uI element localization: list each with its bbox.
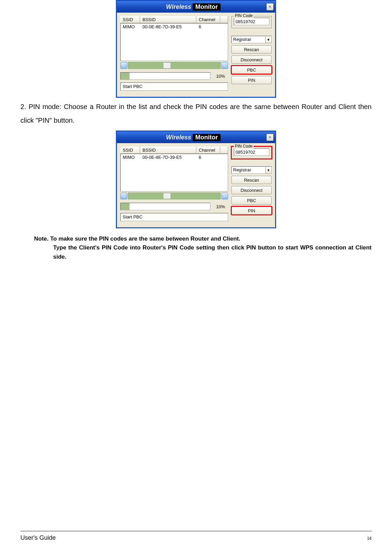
network-list[interactable]: MIMO 00-0E-8E-7D-39-E5 6	[120, 154, 228, 192]
horizontal-scrollbar[interactable]: ‹ ›	[120, 193, 228, 199]
pin-code-group: PIN Code 08519702	[231, 16, 272, 28]
chevron-down-icon[interactable]: ▼	[265, 167, 271, 173]
body-paragraph-pin-mode: 2. PIN mode: Choose a Router in the list…	[20, 100, 372, 127]
column-bssid[interactable]: BSSID	[140, 16, 196, 23]
pbc-button[interactable]: PBC	[231, 196, 272, 204]
scroll-right-icon[interactable]: ›	[221, 193, 228, 199]
scroll-right-icon[interactable]: ›	[221, 62, 228, 69]
footer-title: User's Guide	[20, 534, 56, 542]
horizontal-scrollbar[interactable]: ‹ ›	[120, 62, 228, 69]
column-ssid[interactable]: SSID	[120, 16, 140, 23]
network-list[interactable]: MIMO 00-0E-8E-7D-39-E5 6	[120, 24, 228, 61]
progress-label: 10%	[213, 204, 228, 209]
progress-label: 10%	[213, 74, 228, 79]
titlebar: Wireless Monitor ×	[117, 1, 275, 13]
rescan-button[interactable]: Rescan	[231, 45, 272, 54]
column-bssid[interactable]: BSSID	[140, 147, 196, 154]
progress-bar	[120, 72, 210, 80]
cell-bssid: 00-0E-8E-7D-39-E5	[140, 24, 197, 30]
note-line-2: Type the Client's PIN Code into Router's…	[53, 243, 372, 261]
column-channel[interactable]: Channel	[196, 16, 220, 23]
scroll-track[interactable]	[128, 62, 221, 69]
title-word-wireless: Wireless	[166, 134, 191, 141]
page-number: 14	[367, 536, 372, 541]
pin-code-group: PIN Code 08519702	[231, 147, 272, 159]
disconnect-button[interactable]: Disconnect	[231, 56, 272, 64]
mode-select-value: Registrar	[232, 36, 265, 43]
mode-select-value: Registrar	[232, 167, 265, 173]
window-title: Wireless Monitor	[166, 134, 221, 141]
footer-divider	[20, 531, 372, 531]
mode-select[interactable]: Registrar ▼	[231, 36, 272, 43]
wireless-monitor-dialog-pbc: Wireless Monitor × SSID BSSID Channel MI…	[116, 0, 276, 98]
disconnect-button[interactable]: Disconnect	[231, 186, 272, 194]
scroll-left-icon[interactable]: ‹	[120, 193, 127, 199]
network-list-header: SSID BSSID Channel	[120, 16, 228, 24]
wireless-monitor-dialog-pin: Wireless Monitor × SSID BSSID Channel MI…	[116, 131, 276, 228]
titlebar: Wireless Monitor ×	[117, 132, 275, 143]
progress-bar	[120, 203, 210, 210]
list-item[interactable]: MIMO 00-0E-8E-7D-39-E5 6	[121, 24, 228, 30]
status-input[interactable]: Start PBC	[120, 82, 228, 91]
pin-button[interactable]: PIN	[231, 76, 272, 84]
network-list-header: SSID BSSID Channel	[120, 147, 228, 154]
pin-code-input[interactable]: 08519702	[234, 148, 269, 156]
close-icon[interactable]: ×	[266, 3, 274, 11]
scroll-thumb[interactable]	[163, 62, 171, 68]
title-word-wireless: Wireless	[166, 3, 191, 11]
cell-ssid: MIMO	[121, 154, 140, 160]
column-spacer	[220, 147, 228, 154]
pin-code-legend: PIN Code	[234, 144, 254, 149]
pin-code-legend: PIN Code	[234, 13, 254, 18]
note-line-1: Note. To make sure the PIN codes are the…	[34, 235, 240, 242]
list-item[interactable]: MIMO 00-0E-8E-7D-39-E5 6	[121, 154, 228, 161]
cell-bssid: 00-0E-8E-7D-39-E5	[140, 154, 197, 160]
column-spacer	[220, 16, 228, 23]
rescan-button[interactable]: Rescan	[231, 176, 272, 184]
status-input[interactable]: Start PBC	[120, 213, 228, 221]
scroll-thumb[interactable]	[163, 193, 171, 199]
cell-channel: 6	[197, 154, 221, 160]
scroll-track[interactable]	[128, 193, 221, 199]
chevron-down-icon[interactable]: ▼	[265, 36, 271, 43]
column-channel[interactable]: Channel	[196, 147, 220, 154]
close-icon[interactable]: ×	[266, 134, 274, 141]
column-ssid[interactable]: SSID	[120, 147, 140, 154]
pin-button[interactable]: PIN	[231, 207, 272, 215]
pin-code-input[interactable]: 08519702	[234, 18, 269, 25]
cell-ssid: MIMO	[121, 24, 140, 30]
mode-select[interactable]: Registrar ▼	[231, 166, 272, 174]
scroll-left-icon[interactable]: ‹	[120, 62, 127, 69]
title-word-monitor: Monitor	[193, 134, 221, 141]
cell-channel: 6	[197, 24, 221, 30]
title-word-monitor: Monitor	[193, 3, 221, 11]
pbc-button[interactable]: PBC	[231, 66, 272, 74]
window-title: Wireless Monitor	[166, 3, 221, 11]
